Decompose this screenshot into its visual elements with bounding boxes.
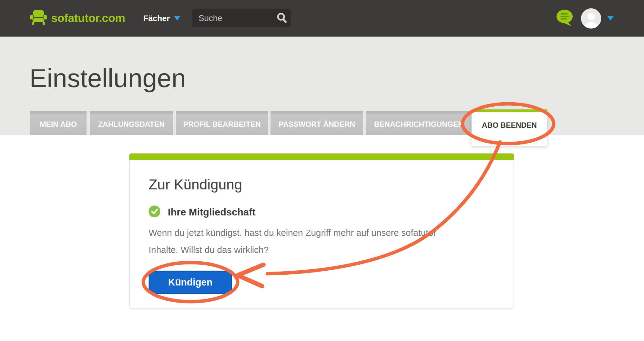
sofa-icon — [29, 9, 47, 28]
membership-heading: Ihre Mitgliedschaft — [168, 206, 256, 218]
search-box — [192, 9, 291, 27]
chevron-down-icon[interactable] — [607, 16, 614, 20]
tab-abo-beenden[interactable]: ABO BEENDEN — [472, 109, 547, 146]
logo-wordmark: sofatutor.com — [51, 12, 125, 25]
page-title: Einstellungen — [29, 65, 186, 91]
avatar[interactable] — [581, 8, 601, 29]
check-circle-icon — [149, 206, 160, 219]
settings-page: sofatutor.com Fächer — [0, 0, 644, 341]
tab-profil-bearbeiten[interactable]: PROFIL BEARBEITEN — [176, 111, 268, 135]
sofatutor-logo[interactable]: sofatutor.com — [29, 0, 125, 37]
card-body-text: Wenn du jetzt kündigst. hast du keinen Z… — [149, 228, 436, 238]
chat-bubble-icon[interactable] — [556, 9, 575, 28]
header-right-controls — [556, 0, 614, 37]
tab-passwort-aendern[interactable]: PASSWORT ÄNDERN — [271, 111, 363, 135]
card-body-text: Inhalte. Willst du das wirklich? — [149, 245, 269, 255]
subjects-label: Fächer — [143, 14, 170, 23]
card-accent-bar — [129, 153, 514, 160]
card-title: Zur Kündigung — [149, 176, 242, 193]
cancel-subscription-button[interactable]: Kündigen — [149, 271, 232, 294]
top-navbar: sofatutor.com Fächer — [0, 0, 644, 37]
tab-mein-abo[interactable]: MEIN ABO — [30, 111, 87, 135]
tab-benachrichtigungen[interactable]: BENACHRICHTIGUNGEN — [366, 111, 472, 135]
nav-subjects-menu[interactable]: Fächer — [143, 0, 180, 37]
cancellation-card: Zur Kündigung Ihre Mitgliedschaft Wenn d… — [129, 153, 513, 309]
membership-status-row: Ihre Mitgliedschaft — [149, 206, 256, 219]
chevron-down-icon — [174, 16, 180, 20]
tab-zahlungsdaten[interactable]: ZAHLUNGSDATEN — [90, 111, 173, 135]
search-icon[interactable] — [273, 9, 291, 27]
search-input[interactable] — [192, 14, 273, 23]
